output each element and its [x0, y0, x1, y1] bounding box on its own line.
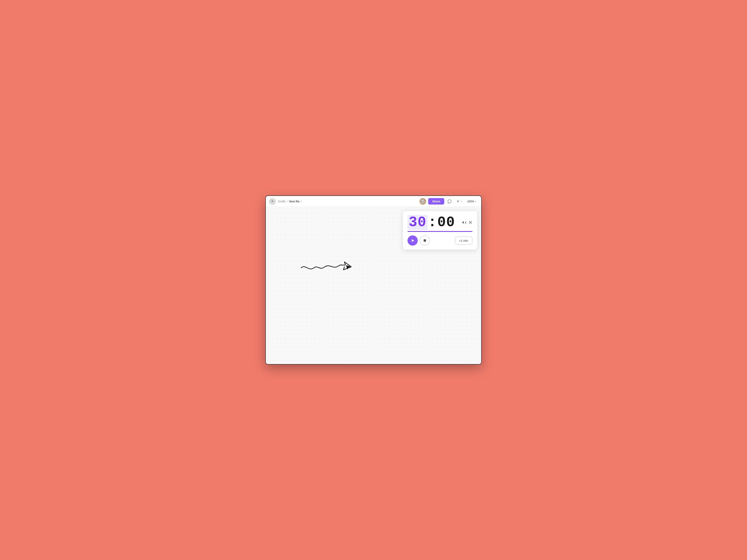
- timer-stop-button[interactable]: [420, 235, 430, 246]
- breadcrumb-separator: /: [287, 199, 288, 203]
- timer-progress-bar: [408, 231, 472, 232]
- toolbar-right: Share ∨ 100% ∨: [419, 198, 478, 205]
- timer-play-button[interactable]: [408, 235, 418, 246]
- timer-colon: :: [428, 215, 437, 230]
- timer-close-button[interactable]: [468, 220, 472, 224]
- svg-marker-12: [412, 239, 414, 242]
- canvas-area[interactable]: 30 : 00: [266, 207, 481, 364]
- toolbar: Drafts / New file ∨: [266, 196, 481, 207]
- timer-minutes: 30: [408, 215, 428, 230]
- breadcrumb: Drafts / New file ∨: [278, 199, 302, 203]
- timer-btn-group: [408, 235, 430, 246]
- app-logo[interactable]: [269, 198, 276, 205]
- avatar: [419, 198, 426, 205]
- toolbar-left: Drafts / New file ∨: [269, 198, 418, 205]
- chevron-zoom-icon: ∨: [475, 200, 476, 203]
- timer-seconds: 00: [437, 215, 455, 230]
- timer-controls: [462, 220, 472, 224]
- timer-sound-button[interactable]: [462, 220, 466, 224]
- timer-plus-min-button[interactable]: +1 min: [455, 237, 472, 245]
- svg-rect-13: [423, 239, 426, 242]
- timer-widget: 30 : 00: [403, 211, 477, 250]
- timer-progress-fill: [408, 231, 472, 232]
- share-button[interactable]: Share: [428, 198, 444, 205]
- zoom-button[interactable]: 100% ∨: [465, 199, 478, 204]
- timer-header: 30 : 00: [408, 215, 472, 230]
- timer-bottom: +1 min: [408, 235, 472, 246]
- timer-digits: 30 : 00: [408, 215, 455, 230]
- app-window: Drafts / New file ∨: [265, 195, 482, 365]
- breadcrumb-filename[interactable]: New file ∨: [289, 199, 302, 203]
- breadcrumb-drafts[interactable]: Drafts: [278, 199, 286, 203]
- chevron-ai-icon: ∨: [461, 200, 462, 203]
- ai-button[interactable]: ∨: [455, 199, 464, 204]
- chevron-down-icon: ∨: [300, 200, 302, 203]
- timer-display: 30 : 00: [408, 215, 460, 230]
- svg-point-11: [422, 201, 423, 202]
- comment-button[interactable]: [446, 198, 453, 205]
